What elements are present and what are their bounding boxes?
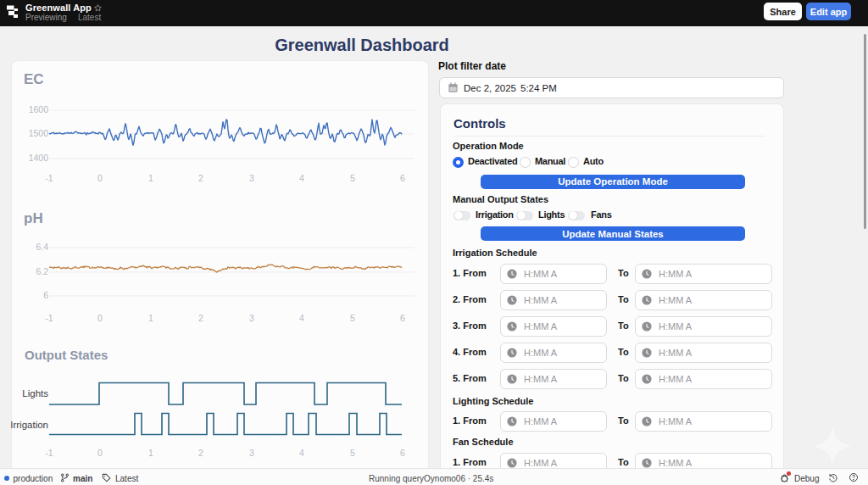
- svg-text:5: 5: [350, 313, 355, 323]
- svg-text:Lights: Lights: [22, 388, 48, 399]
- svg-text:1500: 1500: [29, 128, 49, 138]
- svg-text:4: 4: [299, 313, 304, 323]
- svg-text:-1: -1: [45, 173, 53, 183]
- svg-text:1: 1: [148, 313, 153, 323]
- svg-text:1: 1: [148, 448, 153, 458]
- svg-text:5: 5: [350, 448, 355, 458]
- svg-text:1400: 1400: [29, 153, 49, 163]
- svg-text:6.2: 6.2: [36, 266, 48, 276]
- svg-text:4: 4: [299, 448, 304, 458]
- svg-text:6: 6: [43, 290, 48, 300]
- svg-text:3: 3: [249, 313, 254, 323]
- svg-text:6.4: 6.4: [36, 242, 48, 252]
- svg-text:2: 2: [198, 313, 203, 323]
- svg-text:4: 4: [299, 173, 304, 183]
- svg-text:6: 6: [400, 173, 405, 183]
- svg-text:6: 6: [400, 313, 405, 323]
- svg-text:5: 5: [350, 173, 355, 183]
- svg-text:-1: -1: [45, 313, 53, 323]
- svg-text:6: 6: [400, 448, 405, 458]
- svg-text:1: 1: [148, 173, 153, 183]
- svg-text:3: 3: [249, 448, 254, 458]
- svg-text:-1: -1: [45, 448, 53, 458]
- svg-text:3: 3: [249, 173, 254, 183]
- svg-text:0: 0: [97, 313, 103, 323]
- svg-text:2: 2: [198, 448, 203, 458]
- svg-text:2: 2: [198, 173, 203, 183]
- svg-text:0: 0: [97, 448, 103, 458]
- svg-text:Irrigation: Irrigation: [10, 420, 48, 430]
- svg-text:1600: 1600: [29, 104, 49, 114]
- svg-text:0: 0: [97, 173, 103, 183]
